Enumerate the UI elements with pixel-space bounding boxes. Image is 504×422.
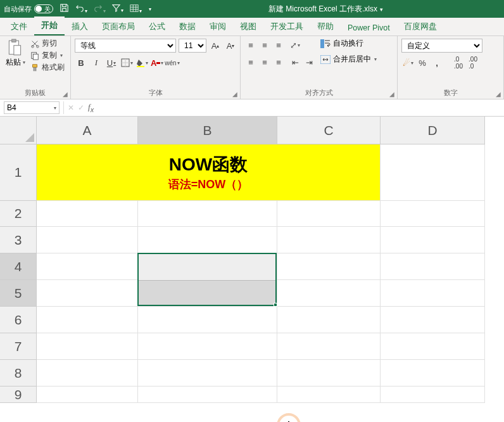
tab-Power Pivot[interactable]: Power Pivot [341, 20, 397, 35]
orientation-button[interactable]: ⤢▾ [289, 39, 301, 51]
cell-D8[interactable] [381, 360, 485, 387]
bold-button[interactable]: B [75, 56, 87, 69]
cell-B7[interactable] [138, 333, 277, 360]
phonetic-button[interactable]: wén▾ [166, 56, 179, 69]
currency-button[interactable]: ☄▾ [401, 56, 414, 69]
cell-D3[interactable] [381, 227, 485, 253]
align-left-icon[interactable]: ≡ [244, 56, 257, 68]
table-icon[interactable]: ▾ [130, 4, 142, 15]
cell-B6[interactable] [138, 307, 277, 333]
cut-button[interactable]: 剪切 [30, 39, 65, 48]
tab-文件[interactable]: 文件 [4, 18, 34, 35]
cell-A3[interactable] [37, 227, 138, 253]
increase-indent-icon[interactable]: ⇥ [303, 56, 315, 68]
decrease-indent-icon[interactable]: ⇤ [289, 56, 301, 68]
row-header-4[interactable]: 4 [0, 253, 37, 280]
increase-font-icon[interactable]: A▴ [209, 39, 222, 52]
cell-D6[interactable] [381, 307, 485, 333]
cell-B2[interactable] [138, 201, 277, 227]
format-painter-button[interactable]: 格式刷 [30, 63, 65, 72]
cell-C4[interactable] [277, 253, 381, 280]
cell-D2[interactable] [381, 201, 485, 227]
cell-C8[interactable] [277, 360, 381, 387]
fill-color-button[interactable]: ▾ [135, 56, 148, 69]
cell-D4[interactable] [381, 253, 485, 280]
namebox-dropdown-icon[interactable]: ▾ [54, 105, 56, 111]
decrease-font-icon[interactable]: A▾ [224, 39, 237, 52]
underline-button[interactable]: U▾ [105, 56, 118, 69]
row-header-8[interactable]: 8 [0, 360, 37, 387]
toggle-switch[interactable]: 关 [34, 4, 53, 13]
borders-button[interactable]: ▾ [120, 56, 133, 69]
tab-页面布局[interactable]: 页面布局 [95, 18, 142, 35]
col-header-C[interactable]: C [277, 117, 381, 144]
cell-C6[interactable] [277, 307, 381, 333]
selection-range[interactable] [137, 253, 277, 306]
tab-百度网盘[interactable]: 百度网盘 [397, 18, 444, 35]
row-header-5[interactable]: 5 [0, 280, 37, 307]
row-header-7[interactable]: 7 [0, 333, 37, 360]
tab-插入[interactable]: 插入 [65, 18, 95, 35]
cell-A7[interactable] [37, 333, 138, 360]
undo-icon[interactable]: ▾ [75, 4, 87, 15]
italic-button[interactable]: I [90, 56, 103, 69]
cell-A2[interactable] [37, 201, 138, 227]
cell-D1[interactable] [381, 144, 485, 201]
title-dropdown-icon[interactable]: ▾ [380, 6, 383, 13]
col-header-D[interactable]: D [381, 117, 485, 144]
cell-C2[interactable] [277, 201, 381, 227]
cell-C7[interactable] [277, 333, 381, 360]
number-format-select[interactable]: 自定义 [401, 39, 482, 53]
row-header-2[interactable]: 2 [0, 201, 37, 227]
select-all-corner[interactable] [0, 117, 37, 144]
tab-审阅[interactable]: 审阅 [203, 18, 233, 35]
row-header-3[interactable]: 3 [0, 227, 37, 253]
comma-button[interactable]: , [431, 56, 443, 69]
name-box[interactable]: B4 ▾ [4, 101, 60, 114]
save-icon[interactable] [60, 3, 69, 15]
align-top-icon[interactable]: ≡ [244, 39, 257, 51]
merged-title-cell[interactable]: NOW函数语法=NOW（） [37, 144, 381, 201]
cell-D9[interactable] [381, 387, 485, 403]
tab-开始[interactable]: 开始 [34, 16, 65, 35]
cell-D7[interactable] [381, 333, 485, 360]
align-bottom-icon[interactable]: ≡ [272, 39, 285, 51]
cell-A5[interactable] [37, 280, 138, 307]
font-name-select[interactable]: 等线 [75, 39, 176, 53]
enter-formula-icon[interactable]: ✓ [78, 103, 84, 112]
tab-数据[interactable]: 数据 [172, 18, 203, 35]
clipboard-launcher-icon[interactable]: ◢ [63, 91, 68, 98]
font-color-button[interactable]: A▾ [151, 56, 163, 69]
wrap-text-button[interactable]: 自动换行 [320, 39, 377, 48]
cell-C3[interactable] [277, 227, 381, 253]
cell-A8[interactable] [37, 360, 138, 387]
row-header-1[interactable]: 1 [0, 144, 37, 201]
decrease-decimal-icon[interactable]: .00.0 [467, 56, 479, 69]
autosave-toggle[interactable]: 自动保存 关 [4, 4, 53, 14]
formula-input[interactable] [99, 101, 504, 114]
fx-icon[interactable]: fx [88, 102, 94, 113]
filter-icon[interactable]: ▾ [112, 4, 123, 14]
paste-button[interactable]: 粘贴▾ [4, 39, 27, 67]
cell-B8[interactable] [138, 360, 277, 387]
col-header-B[interactable]: B [138, 117, 277, 144]
cell-D5[interactable] [381, 280, 485, 307]
row-header-6[interactable]: 6 [0, 307, 37, 333]
cell-A4[interactable] [37, 253, 138, 280]
increase-decimal-icon[interactable]: .0.00 [452, 56, 465, 69]
cancel-formula-icon[interactable]: ✕ [68, 103, 74, 112]
align-right-icon[interactable]: ≡ [272, 56, 285, 68]
cell-B3[interactable] [138, 227, 277, 253]
tab-公式[interactable]: 公式 [142, 18, 172, 35]
align-middle-icon[interactable]: ≡ [258, 39, 271, 51]
align-center-icon[interactable]: ≡ [258, 56, 271, 68]
tab-视图[interactable]: 视图 [233, 18, 263, 35]
percent-button[interactable]: % [416, 56, 429, 69]
tab-帮助[interactable]: 帮助 [310, 18, 341, 35]
tab-开发工具[interactable]: 开发工具 [263, 18, 310, 35]
fill-handle[interactable] [274, 303, 277, 307]
align-launcher-icon[interactable]: ◢ [389, 91, 394, 98]
copy-button[interactable]: 复制▾ [30, 51, 65, 60]
font-launcher-icon[interactable]: ◢ [232, 91, 237, 98]
cell-C5[interactable] [277, 280, 381, 307]
